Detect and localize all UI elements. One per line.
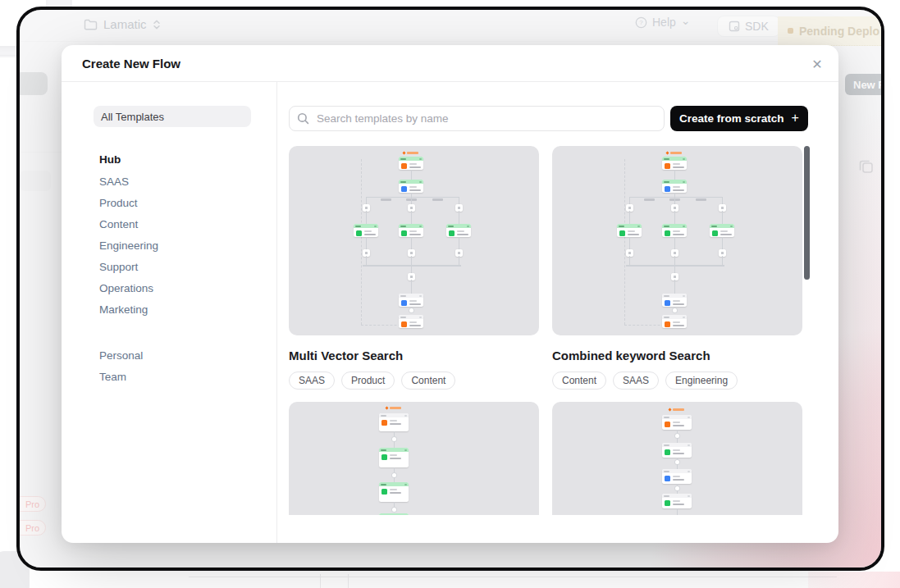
flow-node [399,157,423,170]
template-thumbnail[interactable] [289,146,539,335]
flow-node [617,224,642,237]
template-title: Combined keyword Search [552,349,802,362]
sidebar-item-operations[interactable]: Operations [99,277,255,299]
template-tag-list: ContentSAASEngineering [552,371,802,390]
sidebar-item-team[interactable]: Team [99,366,255,387]
flow-node [379,482,409,502]
page-gridline [189,577,837,577]
modal-title: Create New Flow [82,57,180,71]
template-thumbnail[interactable] [289,402,539,515]
template-card[interactable] [289,402,539,515]
all-templates-label: All Templates [101,111,164,123]
template-search[interactable] [289,106,665,131]
tag-engineering: Engineering [665,371,738,390]
sidebar-item-saas[interactable]: SAAS [99,171,255,192]
sidebar-item-all-templates[interactable]: All Templates [94,106,251,127]
flow-node [662,494,692,508]
tag-saas: SAAS [289,371,335,390]
flow-node [662,294,687,307]
page-gridline [320,574,321,588]
create-from-scratch-button[interactable]: Create from scratch + [670,106,808,131]
create-new-flow-modal: Create New Flow ✕ All Templates HubSAASP… [62,45,838,543]
tag-saas: SAAS [613,371,659,390]
trigger-label [666,152,682,154]
flow-node [446,224,471,237]
sidebar-item-marketing[interactable]: Marketing [99,299,255,320]
plus-icon: + [792,111,799,125]
flow-node [662,180,687,193]
flow-node [662,224,687,237]
template-category-list: HubSAASProductContentEngineeringSupportO… [99,148,255,387]
search-icon [297,112,309,125]
template-title: Multi Vector Search [289,349,539,362]
close-icon[interactable]: ✕ [806,53,828,75]
template-card-multi-vector-search[interactable]: Multi Vector SearchSAASProductContent [289,146,539,390]
flow-node [399,224,423,237]
flow-node [399,315,423,328]
flow-node [662,443,692,458]
scrollbar-thumb[interactable] [804,146,810,280]
flow-node [662,469,692,484]
trigger-label [403,152,418,154]
tag-content: Content [401,371,455,390]
template-card[interactable] [552,402,802,515]
sidebar-item-personal[interactable]: Personal [99,344,255,366]
flow-node [662,315,687,328]
template-thumbnail[interactable] [552,146,802,335]
flow-node [399,294,423,307]
flow-node [379,413,409,431]
modal-header-divider [62,81,838,82]
search-input[interactable] [315,112,656,125]
tag-product: Product [341,371,395,390]
create-from-scratch-label: Create from scratch [679,112,784,125]
flow-node [379,448,409,467]
sidebar-group-gap [99,320,255,344]
sidebar-item-content[interactable]: Content [99,213,255,235]
sidebar-item-engineering[interactable]: Engineering [99,235,255,256]
flow-node [662,415,692,430]
page-gridline [348,574,349,588]
sidebar-item-support[interactable]: Support [99,256,255,277]
flow-node [354,224,378,237]
template-thumbnail[interactable] [552,402,802,515]
flow-node [399,180,423,193]
flow-node [379,513,409,515]
tag-content: Content [552,371,606,390]
modal-sidebar-divider [276,82,277,543]
trigger-label [386,407,401,409]
template-card-combined-keyword-search[interactable]: Combined keyword SearchContentSAASEngine… [552,146,802,390]
sidebar-group-header-hub[interactable]: Hub [99,148,255,171]
flow-node [710,224,734,237]
sidebar-item-product[interactable]: Product [99,192,255,213]
page-pink-tint [808,572,900,588]
trigger-label [669,408,684,411]
template-card-grid: Multi Vector SearchSAASProductContentCom… [289,146,873,515]
flow-node [662,157,687,170]
template-tag-list: SAASProductContent [289,371,539,390]
